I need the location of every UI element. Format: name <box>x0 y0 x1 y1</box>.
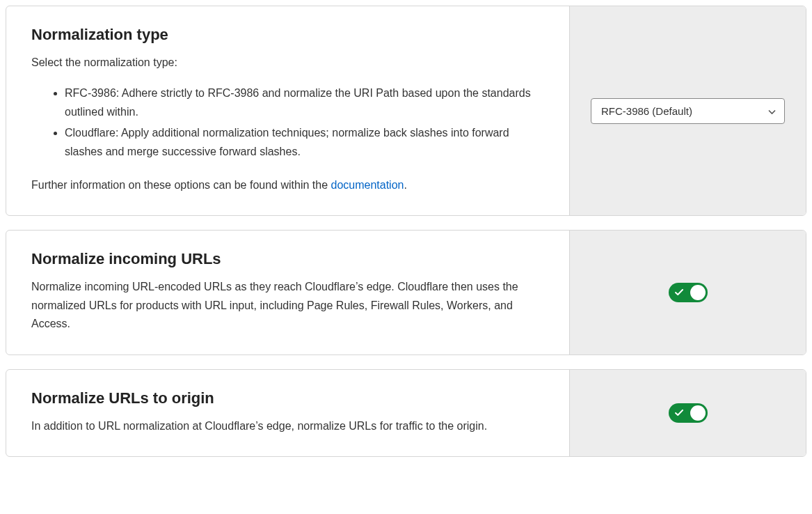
card-footer: Further information on these options can… <box>31 176 544 194</box>
normalize-incoming-toggle[interactable] <box>669 283 708 302</box>
bullet-text: Apply additional normalization technique… <box>65 127 509 157</box>
normalization-type-card: Normalization type Select the normalizat… <box>6 6 806 216</box>
check-icon <box>675 410 683 416</box>
normalization-type-select[interactable]: RFC-3986 (Default) <box>591 98 785 124</box>
toggle-knob <box>690 285 706 300</box>
toggle-knob <box>690 405 706 421</box>
card-description: In addition to URL normalization at Clou… <box>31 417 539 435</box>
bullet-label: RFC-3986: <box>65 87 119 99</box>
card-content: Normalization type Select the normalizat… <box>6 6 569 215</box>
card-title: Normalization type <box>31 26 544 44</box>
card-title: Normalize incoming URLs <box>31 250 544 268</box>
check-icon <box>675 289 683 296</box>
bullet-text: Adhere strictly to RFC-3986 and normaliz… <box>65 87 531 117</box>
card-control <box>569 370 806 456</box>
normalize-origin-card: Normalize URLs to origin In addition to … <box>6 369 806 457</box>
card-description: Normalize incoming URL-encoded URLs as t… <box>31 278 539 333</box>
footer-post: . <box>404 179 406 191</box>
documentation-link[interactable]: documentation <box>331 179 404 191</box>
card-title: Normalize URLs to origin <box>31 389 544 407</box>
card-control: RFC-3986 (Default) <box>569 6 806 215</box>
card-content: Normalize URLs to origin In addition to … <box>6 370 569 456</box>
list-item: RFC-3986: Adhere strictly to RFC-3986 an… <box>65 84 544 121</box>
normalize-origin-toggle[interactable] <box>669 403 708 423</box>
select-value: RFC-3986 (Default) <box>601 105 692 117</box>
card-control <box>569 231 806 354</box>
normalize-incoming-card: Normalize incoming URLs Normalize incomi… <box>6 230 806 355</box>
bullet-label: Cloudflare: <box>65 127 118 139</box>
card-intro: Select the normalization type: <box>31 54 544 72</box>
card-content: Normalize incoming URLs Normalize incomi… <box>6 231 569 354</box>
chevron-down-icon <box>768 105 776 117</box>
bullet-list: RFC-3986: Adhere strictly to RFC-3986 an… <box>31 84 544 161</box>
footer-pre: Further information on these options can… <box>31 179 331 191</box>
list-item: Cloudflare: Apply additional normalizati… <box>65 124 544 161</box>
